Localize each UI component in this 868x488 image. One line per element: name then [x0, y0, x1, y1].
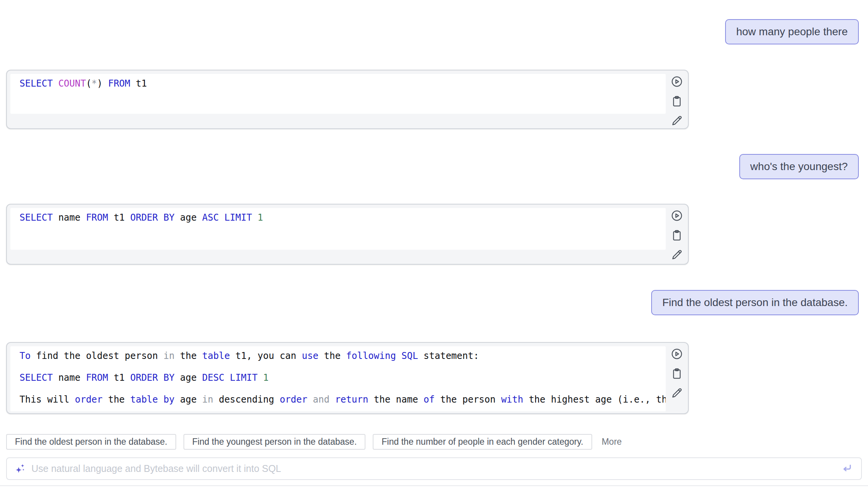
sql-response-block: To find the oldest person in the table t… [6, 342, 689, 414]
copy-button[interactable] [671, 229, 683, 242]
nl-query-input[interactable] [31, 463, 840, 474]
more-suggestions-link[interactable]: More [602, 437, 622, 447]
sql-code-line: SELECT COUNT(*) FROM t1 [20, 77, 657, 90]
copy-button[interactable] [671, 95, 683, 108]
edit-button[interactable] [671, 387, 683, 400]
sql-code-line: SELECT name FROM t1 ORDER BY age DESC LI… [20, 372, 657, 384]
nl-to-sql-composer [6, 457, 862, 480]
user-message-bubble: how many people there [725, 19, 859, 44]
suggestion-chip[interactable]: Find the youngest person in the database… [183, 434, 366, 450]
clipboard-icon [671, 367, 683, 381]
run-query-button[interactable] [671, 210, 683, 222]
edit-button[interactable] [671, 115, 683, 127]
enter-return-icon [841, 462, 853, 475]
suggestion-chip[interactable]: Find the number of people in each gender… [373, 434, 592, 450]
copy-button[interactable] [671, 368, 683, 380]
ai-sparkle-icon [15, 463, 26, 475]
user-message-bubble: who's the youngest? [739, 154, 859, 179]
sql-editor[interactable]: SELECT COUNT(*) FROM t1 [10, 74, 666, 114]
block-action-bar [670, 76, 684, 127]
block-action-bar [670, 348, 684, 400]
run-query-button[interactable] [671, 76, 683, 88]
play-circle-icon [671, 75, 683, 89]
sql-editor[interactable]: SELECT name FROM t1 ORDER BY age ASC LIM… [10, 208, 666, 250]
chat-panel: how many people there who's the youngest… [0, 0, 868, 488]
suggestion-chip[interactable]: Find the oldest person in the database. [6, 434, 176, 450]
user-message-bubble: Find the oldest person in the database. [651, 290, 859, 315]
explanation-line: This will order the table by age in desc… [20, 393, 657, 406]
pencil-icon [671, 249, 683, 262]
run-query-button[interactable] [671, 348, 683, 360]
pencil-icon [671, 115, 683, 128]
sql-editor[interactable]: To find the oldest person in the table t… [10, 346, 666, 411]
sql-code-line: SELECT name FROM t1 ORDER BY age ASC LIM… [20, 211, 657, 224]
clipboard-icon [671, 95, 683, 108]
explanation-line: To find the oldest person in the table t… [20, 350, 657, 362]
play-circle-icon [671, 348, 683, 361]
suggestion-bar: Find the oldest person in the database. … [6, 434, 622, 450]
sql-response-block: SELECT COUNT(*) FROM t1 [6, 70, 689, 129]
edit-button[interactable] [671, 249, 683, 261]
play-circle-icon [671, 210, 683, 223]
clipboard-icon [671, 229, 683, 242]
panel-divider [0, 485, 868, 486]
block-action-bar [670, 210, 684, 261]
sql-response-block: SELECT name FROM t1 ORDER BY age ASC LIM… [6, 204, 689, 265]
pencil-icon [671, 387, 683, 400]
submit-query-button[interactable] [840, 462, 853, 475]
